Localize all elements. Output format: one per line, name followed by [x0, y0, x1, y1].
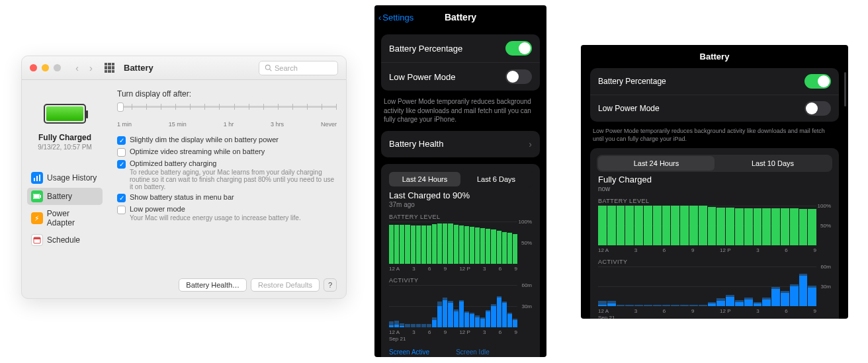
seg-last24[interactable]: Last 24 Hours	[389, 172, 460, 186]
slider-knob[interactable]	[117, 102, 124, 112]
activity-chart: 60m 30m	[598, 266, 831, 306]
activity-heading: ACTIVITY	[598, 259, 831, 265]
all-prefs-icon[interactable]	[105, 63, 114, 73]
svg-point-0	[265, 65, 270, 69]
window-title: Battery	[124, 63, 153, 73]
screen-active-value: 8h 18m	[389, 356, 429, 358]
screen-idle-value: 49m	[456, 356, 490, 358]
low-power-mode-row: Low Power Mode	[381, 63, 540, 91]
battery-status-date: 9/13/22, 10:57 PM	[38, 143, 92, 151]
chevron-right-icon: ›	[529, 139, 532, 149]
option-row: Optimize video streaming while on batter…	[117, 147, 337, 157]
seg-last6days[interactable]: Last 6 Days	[460, 172, 532, 186]
low-power-mode-toggle[interactable]	[505, 69, 532, 84]
battery-percentage-row: Battery Percentage	[381, 34, 540, 63]
main-panel: Turn display off after: 1 min 15 min 1 h…	[108, 80, 346, 298]
minimize-icon[interactable]	[42, 64, 49, 71]
seg-last10days[interactable]: Last 10 Days	[715, 156, 831, 171]
row-label: Low Power Mode	[598, 104, 660, 113]
back-label: Settings	[382, 13, 413, 22]
option-label: Optimized battery charging	[130, 159, 337, 167]
lpm-note: Low Power Mode temporarily reduces backg…	[381, 97, 540, 124]
back-button[interactable]: ‹ Settings	[378, 13, 413, 22]
battery-status: Fully Charged	[38, 133, 91, 142]
svg-rect-4	[39, 175, 40, 181]
screen-idle-label: Screen Idle	[456, 348, 490, 356]
option-label: Show battery status in menu bar	[130, 193, 234, 201]
battery-small-icon	[31, 190, 43, 202]
battery-level-chart: 100% 50%	[389, 222, 532, 264]
lpm-note: Low Power Mode temporarily reduces backg…	[590, 127, 839, 143]
option-row: Slightly dim the display while on batter…	[117, 136, 337, 145]
activity-heading: ACTIVITY	[389, 277, 532, 284]
sidebar-label: Usage History	[47, 173, 97, 182]
sidebar-label: Schedule	[47, 235, 80, 245]
iphone-battery-settings: ‹ Settings Battery Battery Percentage Lo…	[374, 5, 546, 357]
battery-icon	[44, 104, 86, 124]
row-label: Battery Percentage	[389, 44, 462, 54]
macos-battery-preferences: ‹ › Battery Search Fully Charged 9/13/22…	[21, 56, 347, 299]
slider-label: Turn display off after:	[117, 89, 337, 99]
sidebar-label: Power Adapter	[47, 209, 99, 227]
svg-rect-7	[40, 195, 41, 198]
low-power-mode-toggle[interactable]	[804, 101, 831, 116]
bolt-icon: ⚡︎	[31, 212, 43, 224]
charge-title: Last Charged to 90%	[389, 190, 532, 200]
screen-active-label: Screen Active	[389, 348, 429, 356]
sidebar: Fully Charged 9/13/22, 10:57 PM Usage Hi…	[22, 80, 108, 298]
sidebar-item-usage-history[interactable]: Usage History	[27, 169, 103, 186]
checkbox[interactable]	[117, 206, 126, 214]
search-icon	[265, 64, 272, 71]
svg-rect-6	[34, 194, 39, 198]
row-label: Battery Percentage	[598, 77, 666, 86]
sidebar-item-schedule[interactable]: Schedule	[27, 231, 103, 249]
charge-title: Fully Charged	[598, 175, 831, 184]
calendar-icon	[31, 234, 43, 246]
checkbox[interactable]	[117, 148, 126, 157]
battery-percentage-toggle[interactable]	[505, 41, 532, 56]
checkbox[interactable]	[117, 160, 126, 169]
seg-last24[interactable]: Last 24 Hours	[598, 156, 715, 171]
xaxis-date: Sep 21	[598, 315, 831, 319]
activity-chart: 60m 30m	[389, 285, 532, 327]
search-input[interactable]: Search	[259, 61, 338, 75]
checkbox[interactable]	[117, 194, 126, 202]
option-label: Low power mode	[130, 205, 301, 213]
nav-back-icon[interactable]: ‹	[73, 62, 81, 73]
slider-values: 1 min 15 min 1 hr 3 hrs Never	[117, 121, 337, 128]
row-label: Battery Health	[389, 139, 443, 149]
svg-rect-9	[34, 237, 40, 239]
time-range-segment[interactable]: Last 24 Hours Last 10 Days	[597, 155, 832, 172]
search-placeholder: Search	[275, 64, 298, 72]
help-button[interactable]: ?	[324, 278, 337, 292]
sidebar-item-battery[interactable]: Battery	[27, 188, 103, 205]
option-row: Optimized battery chargingTo reduce batt…	[117, 159, 337, 190]
chart-icon	[31, 172, 43, 184]
level-heading: BATTERY LEVEL	[598, 198, 831, 204]
svg-rect-2	[34, 178, 35, 181]
scrollbar[interactable]	[844, 72, 846, 106]
titlebar: ‹ › Battery Search	[22, 56, 346, 80]
option-label: Optimize video streaming while on batter…	[130, 147, 265, 155]
level-heading: BATTERY LEVEL	[389, 214, 532, 220]
battery-percentage-toggle[interactable]	[804, 74, 831, 89]
sidebar-item-power-adapter[interactable]: ⚡︎ Power Adapter	[27, 206, 103, 230]
low-power-mode-row: Low Power Mode	[590, 95, 839, 122]
charge-sub: 37m ago	[389, 201, 532, 208]
checkbox[interactable]	[117, 136, 126, 145]
svg-rect-3	[36, 176, 38, 181]
time-range-segment[interactable]: Last 24 Hours Last 6 Days	[388, 171, 533, 188]
option-row: Show battery status in menu bar	[117, 193, 337, 202]
option-label: Slightly dim the display while on batter…	[130, 136, 279, 143]
battery-health-row[interactable]: Battery Health ›	[381, 131, 540, 157]
xaxis-date: Sep 21	[389, 336, 532, 342]
sidebar-label: Battery	[47, 192, 72, 201]
row-label: Low Power Mode	[389, 72, 455, 82]
zoom-icon[interactable]	[54, 64, 61, 71]
close-icon[interactable]	[30, 64, 37, 71]
window-controls[interactable]	[30, 64, 61, 71]
battery-health-button[interactable]: Battery Health…	[179, 278, 247, 292]
ipad-battery-settings: Battery Battery Percentage Low Power Mod…	[581, 45, 848, 319]
display-off-slider[interactable]	[117, 102, 337, 120]
option-subtext: Your Mac will reduce energy usage to inc…	[130, 214, 301, 222]
